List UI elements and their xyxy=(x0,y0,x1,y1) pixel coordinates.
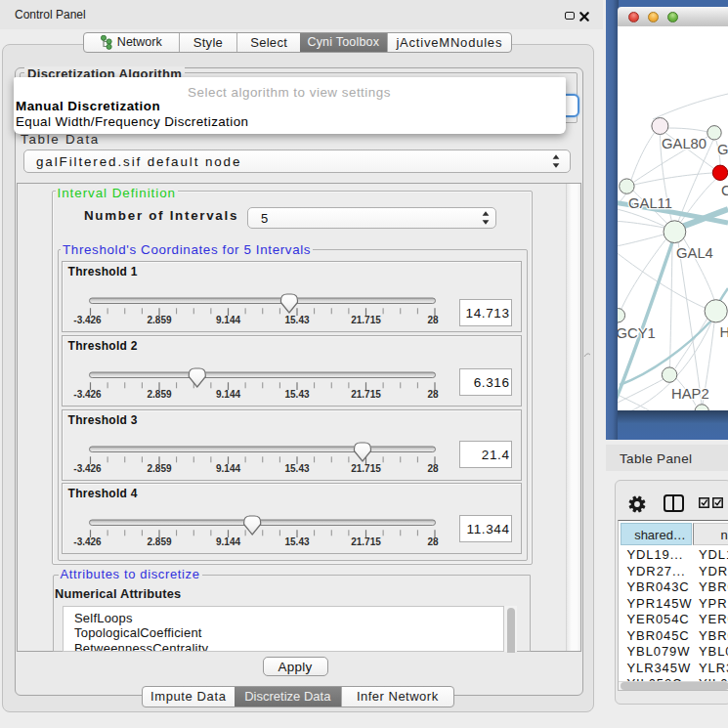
svg-text:-3.426: -3.426 xyxy=(73,315,102,325)
svg-text:21.715: 21.715 xyxy=(351,315,381,325)
svg-text:-3.426: -3.426 xyxy=(73,463,102,474)
svg-text:15.43: 15.43 xyxy=(284,463,309,474)
svg-text:28: 28 xyxy=(427,463,439,474)
svg-text:21.715: 21.715 xyxy=(351,389,381,400)
svg-text:21.715: 21.715 xyxy=(351,463,381,474)
svg-text:H: H xyxy=(720,324,728,340)
svg-text:2.859: 2.859 xyxy=(147,389,171,400)
svg-text:9.144: 9.144 xyxy=(215,315,239,325)
svg-text:-3.426: -3.426 xyxy=(73,536,102,547)
svg-text:15.43: 15.43 xyxy=(284,536,309,547)
svg-text:21.715: 21.715 xyxy=(351,536,381,547)
svg-text:2.859: 2.859 xyxy=(147,463,171,474)
svg-text:28: 28 xyxy=(427,536,439,547)
svg-text:GAL4: GAL4 xyxy=(676,245,713,261)
svg-text:15.43: 15.43 xyxy=(284,389,309,400)
svg-text:15.43: 15.43 xyxy=(284,315,309,325)
svg-text:-3.426: -3.426 xyxy=(73,389,102,400)
svg-text:28: 28 xyxy=(427,389,439,400)
svg-text:GCY1: GCY1 xyxy=(618,325,656,341)
svg-text:28: 28 xyxy=(427,315,439,325)
svg-text:2.859: 2.859 xyxy=(147,315,171,325)
svg-text:2.859: 2.859 xyxy=(147,536,171,547)
svg-text:9.144: 9.144 xyxy=(215,389,239,400)
svg-text:HAP2: HAP2 xyxy=(671,386,709,402)
svg-text:9.144: 9.144 xyxy=(215,463,239,474)
svg-text:C: C xyxy=(721,183,728,198)
svg-text:9.144: 9.144 xyxy=(215,536,239,547)
svg-text:GAL11: GAL11 xyxy=(628,195,672,211)
svg-text:GAL80: GAL80 xyxy=(662,136,707,151)
svg-text:GA: GA xyxy=(717,142,728,157)
